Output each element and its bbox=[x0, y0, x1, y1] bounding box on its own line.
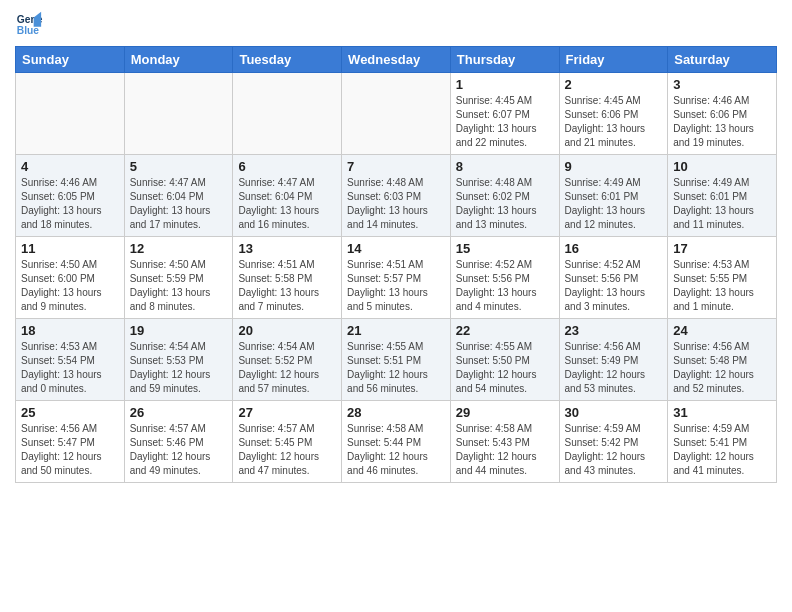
calendar-cell: 20Sunrise: 4:54 AM Sunset: 5:52 PM Dayli… bbox=[233, 319, 342, 401]
calendar-cell: 11Sunrise: 4:50 AM Sunset: 6:00 PM Dayli… bbox=[16, 237, 125, 319]
day-number: 29 bbox=[456, 405, 554, 420]
calendar-cell: 12Sunrise: 4:50 AM Sunset: 5:59 PM Dayli… bbox=[124, 237, 233, 319]
weekday-header-row: SundayMondayTuesdayWednesdayThursdayFrid… bbox=[16, 47, 777, 73]
calendar-table: SundayMondayTuesdayWednesdayThursdayFrid… bbox=[15, 46, 777, 483]
day-number: 18 bbox=[21, 323, 119, 338]
day-info: Sunrise: 4:55 AM Sunset: 5:51 PM Dayligh… bbox=[347, 340, 445, 396]
day-number: 12 bbox=[130, 241, 228, 256]
day-info: Sunrise: 4:56 AM Sunset: 5:48 PM Dayligh… bbox=[673, 340, 771, 396]
page-container: General Blue SundayMondayTuesdayWednesda… bbox=[0, 0, 792, 488]
day-info: Sunrise: 4:52 AM Sunset: 5:56 PM Dayligh… bbox=[456, 258, 554, 314]
day-info: Sunrise: 4:57 AM Sunset: 5:46 PM Dayligh… bbox=[130, 422, 228, 478]
day-info: Sunrise: 4:52 AM Sunset: 5:56 PM Dayligh… bbox=[565, 258, 663, 314]
header: General Blue bbox=[15, 10, 777, 38]
day-info: Sunrise: 4:46 AM Sunset: 6:05 PM Dayligh… bbox=[21, 176, 119, 232]
day-info: Sunrise: 4:49 AM Sunset: 6:01 PM Dayligh… bbox=[565, 176, 663, 232]
day-info: Sunrise: 4:51 AM Sunset: 5:58 PM Dayligh… bbox=[238, 258, 336, 314]
day-number: 6 bbox=[238, 159, 336, 174]
weekday-header-wednesday: Wednesday bbox=[342, 47, 451, 73]
calendar-cell: 27Sunrise: 4:57 AM Sunset: 5:45 PM Dayli… bbox=[233, 401, 342, 483]
day-info: Sunrise: 4:53 AM Sunset: 5:54 PM Dayligh… bbox=[21, 340, 119, 396]
day-info: Sunrise: 4:47 AM Sunset: 6:04 PM Dayligh… bbox=[130, 176, 228, 232]
weekday-header-saturday: Saturday bbox=[668, 47, 777, 73]
day-number: 27 bbox=[238, 405, 336, 420]
day-number: 24 bbox=[673, 323, 771, 338]
calendar-week-row: 25Sunrise: 4:56 AM Sunset: 5:47 PM Dayli… bbox=[16, 401, 777, 483]
weekday-header-tuesday: Tuesday bbox=[233, 47, 342, 73]
day-number: 3 bbox=[673, 77, 771, 92]
calendar-cell: 29Sunrise: 4:58 AM Sunset: 5:43 PM Dayli… bbox=[450, 401, 559, 483]
calendar-cell: 8Sunrise: 4:48 AM Sunset: 6:02 PM Daylig… bbox=[450, 155, 559, 237]
day-number: 16 bbox=[565, 241, 663, 256]
day-info: Sunrise: 4:57 AM Sunset: 5:45 PM Dayligh… bbox=[238, 422, 336, 478]
calendar-cell bbox=[342, 73, 451, 155]
calendar-cell: 18Sunrise: 4:53 AM Sunset: 5:54 PM Dayli… bbox=[16, 319, 125, 401]
day-number: 19 bbox=[130, 323, 228, 338]
weekday-header-friday: Friday bbox=[559, 47, 668, 73]
day-number: 8 bbox=[456, 159, 554, 174]
day-number: 15 bbox=[456, 241, 554, 256]
weekday-header-thursday: Thursday bbox=[450, 47, 559, 73]
day-info: Sunrise: 4:51 AM Sunset: 5:57 PM Dayligh… bbox=[347, 258, 445, 314]
day-number: 1 bbox=[456, 77, 554, 92]
calendar-cell: 16Sunrise: 4:52 AM Sunset: 5:56 PM Dayli… bbox=[559, 237, 668, 319]
day-number: 31 bbox=[673, 405, 771, 420]
day-number: 30 bbox=[565, 405, 663, 420]
day-number: 10 bbox=[673, 159, 771, 174]
calendar-cell: 13Sunrise: 4:51 AM Sunset: 5:58 PM Dayli… bbox=[233, 237, 342, 319]
day-number: 22 bbox=[456, 323, 554, 338]
day-info: Sunrise: 4:45 AM Sunset: 6:07 PM Dayligh… bbox=[456, 94, 554, 150]
day-number: 2 bbox=[565, 77, 663, 92]
calendar-cell bbox=[233, 73, 342, 155]
day-number: 14 bbox=[347, 241, 445, 256]
calendar-cell: 26Sunrise: 4:57 AM Sunset: 5:46 PM Dayli… bbox=[124, 401, 233, 483]
day-number: 20 bbox=[238, 323, 336, 338]
calendar-cell: 6Sunrise: 4:47 AM Sunset: 6:04 PM Daylig… bbox=[233, 155, 342, 237]
day-info: Sunrise: 4:59 AM Sunset: 5:41 PM Dayligh… bbox=[673, 422, 771, 478]
calendar-cell: 5Sunrise: 4:47 AM Sunset: 6:04 PM Daylig… bbox=[124, 155, 233, 237]
calendar-cell: 2Sunrise: 4:45 AM Sunset: 6:06 PM Daylig… bbox=[559, 73, 668, 155]
calendar-cell: 21Sunrise: 4:55 AM Sunset: 5:51 PM Dayli… bbox=[342, 319, 451, 401]
day-number: 9 bbox=[565, 159, 663, 174]
day-info: Sunrise: 4:59 AM Sunset: 5:42 PM Dayligh… bbox=[565, 422, 663, 478]
day-info: Sunrise: 4:54 AM Sunset: 5:52 PM Dayligh… bbox=[238, 340, 336, 396]
calendar-cell: 9Sunrise: 4:49 AM Sunset: 6:01 PM Daylig… bbox=[559, 155, 668, 237]
weekday-header-sunday: Sunday bbox=[16, 47, 125, 73]
day-info: Sunrise: 4:47 AM Sunset: 6:04 PM Dayligh… bbox=[238, 176, 336, 232]
calendar-cell: 10Sunrise: 4:49 AM Sunset: 6:01 PM Dayli… bbox=[668, 155, 777, 237]
day-info: Sunrise: 4:49 AM Sunset: 6:01 PM Dayligh… bbox=[673, 176, 771, 232]
day-number: 26 bbox=[130, 405, 228, 420]
calendar-cell: 25Sunrise: 4:56 AM Sunset: 5:47 PM Dayli… bbox=[16, 401, 125, 483]
day-info: Sunrise: 4:48 AM Sunset: 6:03 PM Dayligh… bbox=[347, 176, 445, 232]
calendar-cell: 22Sunrise: 4:55 AM Sunset: 5:50 PM Dayli… bbox=[450, 319, 559, 401]
day-number: 25 bbox=[21, 405, 119, 420]
calendar-cell: 19Sunrise: 4:54 AM Sunset: 5:53 PM Dayli… bbox=[124, 319, 233, 401]
calendar-cell: 23Sunrise: 4:56 AM Sunset: 5:49 PM Dayli… bbox=[559, 319, 668, 401]
day-info: Sunrise: 4:46 AM Sunset: 6:06 PM Dayligh… bbox=[673, 94, 771, 150]
day-number: 23 bbox=[565, 323, 663, 338]
day-number: 7 bbox=[347, 159, 445, 174]
day-number: 17 bbox=[673, 241, 771, 256]
day-number: 11 bbox=[21, 241, 119, 256]
day-info: Sunrise: 4:50 AM Sunset: 6:00 PM Dayligh… bbox=[21, 258, 119, 314]
calendar-week-row: 18Sunrise: 4:53 AM Sunset: 5:54 PM Dayli… bbox=[16, 319, 777, 401]
day-info: Sunrise: 4:56 AM Sunset: 5:47 PM Dayligh… bbox=[21, 422, 119, 478]
calendar-cell: 17Sunrise: 4:53 AM Sunset: 5:55 PM Dayli… bbox=[668, 237, 777, 319]
calendar-cell: 14Sunrise: 4:51 AM Sunset: 5:57 PM Dayli… bbox=[342, 237, 451, 319]
day-info: Sunrise: 4:45 AM Sunset: 6:06 PM Dayligh… bbox=[565, 94, 663, 150]
logo-icon: General Blue bbox=[15, 10, 43, 38]
day-number: 13 bbox=[238, 241, 336, 256]
calendar-cell: 3Sunrise: 4:46 AM Sunset: 6:06 PM Daylig… bbox=[668, 73, 777, 155]
calendar-cell bbox=[124, 73, 233, 155]
day-info: Sunrise: 4:58 AM Sunset: 5:43 PM Dayligh… bbox=[456, 422, 554, 478]
calendar-cell: 24Sunrise: 4:56 AM Sunset: 5:48 PM Dayli… bbox=[668, 319, 777, 401]
calendar-cell: 31Sunrise: 4:59 AM Sunset: 5:41 PM Dayli… bbox=[668, 401, 777, 483]
weekday-header-monday: Monday bbox=[124, 47, 233, 73]
calendar-week-row: 11Sunrise: 4:50 AM Sunset: 6:00 PM Dayli… bbox=[16, 237, 777, 319]
day-number: 5 bbox=[130, 159, 228, 174]
day-info: Sunrise: 4:54 AM Sunset: 5:53 PM Dayligh… bbox=[130, 340, 228, 396]
calendar-cell: 7Sunrise: 4:48 AM Sunset: 6:03 PM Daylig… bbox=[342, 155, 451, 237]
day-info: Sunrise: 4:53 AM Sunset: 5:55 PM Dayligh… bbox=[673, 258, 771, 314]
calendar-cell: 4Sunrise: 4:46 AM Sunset: 6:05 PM Daylig… bbox=[16, 155, 125, 237]
calendar-cell: 1Sunrise: 4:45 AM Sunset: 6:07 PM Daylig… bbox=[450, 73, 559, 155]
